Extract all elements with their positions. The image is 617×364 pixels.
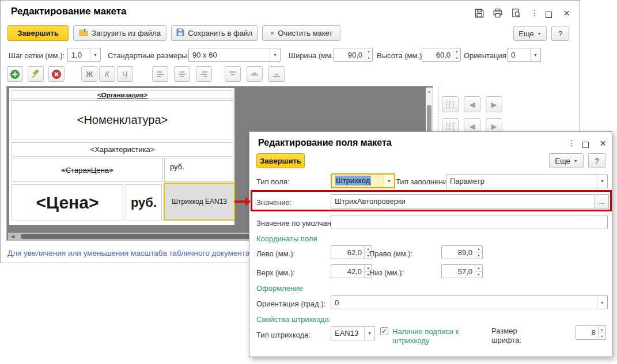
valign-top-button[interactable] <box>225 66 241 82</box>
orientation-combo[interactable]: 0 ▼ <box>507 48 541 62</box>
cell-organization[interactable]: <Организация> <box>12 90 233 99</box>
selected-text: Штрихкод <box>335 176 371 185</box>
valign-middle-button[interactable] <box>247 66 263 82</box>
chevron-down-icon: ▼ <box>537 32 542 36</box>
kebab-menu-icon[interactable]: ⋮ <box>567 139 576 147</box>
spin-up-icon: ▲ <box>599 326 605 333</box>
orientation-deg-combo[interactable]: 0 ▼ <box>331 295 608 309</box>
maximize-icon[interactable] <box>582 140 589 150</box>
default-value-label: Значение по умолчанию: <box>256 219 343 227</box>
right-spinner[interactable]: 89,0 ▲▼ <box>441 245 483 259</box>
dialog-finish-button[interactable]: Завершить <box>256 153 305 168</box>
align-right-button[interactable] <box>196 66 212 82</box>
bottom-spinner[interactable]: 57,0 ▲▼ <box>441 264 483 278</box>
caption-checkbox[interactable]: ✓ <box>380 327 388 335</box>
maximize-icon[interactable] <box>546 10 552 20</box>
valign-bottom-button[interactable] <box>268 66 285 82</box>
fill-type-label: Тип заполнения: <box>396 177 453 186</box>
chevron-down-icon[interactable]: ▼ <box>90 48 100 61</box>
dialog-help-button[interactable]: ? <box>588 153 605 168</box>
open-folder-icon <box>79 28 88 38</box>
underline-button[interactable]: Ч <box>117 66 133 82</box>
bold-button[interactable]: Ж <box>81 66 97 82</box>
close-icon[interactable]: × <box>563 7 570 18</box>
load-from-file-button[interactable]: Загрузить из файла <box>73 25 166 41</box>
grid-step-label: Шаг сетки (мм.): <box>9 51 65 60</box>
spin-down-icon: ▼ <box>453 55 460 62</box>
width-spinner[interactable]: 90,0 ▲▼ <box>334 48 373 62</box>
layout-page: <Организация> <Номенклатура> <Характерис… <box>9 88 234 225</box>
cell-old-price-unit[interactable]: руб. <box>164 158 233 182</box>
caption-checkbox-label[interactable]: Наличие подписи к штрихкоду <box>392 327 482 346</box>
cell-price-unit[interactable]: руб. <box>126 184 162 221</box>
grid-step-combo[interactable]: 1,0 ▼ <box>67 48 101 62</box>
left-spinner[interactable]: 62,0 ▲▼ <box>331 245 372 259</box>
italic-button[interactable]: К <box>99 66 115 82</box>
arrow-right-icon: ▶ <box>491 100 497 109</box>
more-button[interactable]: Еще▼ <box>513 26 547 41</box>
coordinates-header: Координаты поля <box>256 234 317 243</box>
add-button[interactable] <box>7 66 23 82</box>
field-type-combo[interactable]: Штрихкод ▼ <box>331 173 395 188</box>
barcode-type-combo[interactable]: EAN13 ▼ <box>331 326 375 340</box>
delete-button[interactable] <box>48 66 65 82</box>
chevron-down-icon[interactable]: ▼ <box>384 175 394 187</box>
chevron-down-icon: ▼ <box>574 159 578 163</box>
chevron-down-icon[interactable]: ▼ <box>270 48 280 61</box>
field-type-label: Тип поля: <box>256 177 290 186</box>
barcode-type-label: Тип штрихкода: <box>256 331 311 339</box>
standard-sizes-label: Стандартные размеры: <box>108 51 189 60</box>
top-spinner[interactable]: 42,0 ▲▼ <box>331 264 372 278</box>
cell-old-price[interactable]: <СтараяЦена> <box>12 158 163 182</box>
save-to-file-button[interactable]: Сохранить в файл <box>171 25 258 41</box>
font-size-label: Размер шрифта: <box>491 327 528 345</box>
barcode-props-header: Свойства штрихкода <box>256 315 329 324</box>
help-button[interactable]: ? <box>551 26 569 41</box>
edit-button[interactable] <box>28 66 44 82</box>
chevron-down-icon[interactable]: ▼ <box>530 48 540 61</box>
close-icon[interactable]: × <box>600 138 606 149</box>
merge-cells-button[interactable] <box>442 96 459 112</box>
clear-layout-button[interactable]: × Очистить макет <box>262 25 340 41</box>
move-left-button[interactable]: ◀ <box>464 96 480 112</box>
scroll-up-icon[interactable]: ▲ <box>426 88 433 93</box>
chevron-down-icon[interactable]: ▼ <box>597 175 607 188</box>
spin-up-icon: ▲ <box>475 265 482 272</box>
arrow-left-icon: ◀ <box>470 100 475 109</box>
chevron-down-icon[interactable]: ▼ <box>364 327 374 340</box>
move-right-button[interactable]: ▶ <box>486 96 502 112</box>
preview-icon[interactable] <box>511 8 521 21</box>
appearance-header: Оформление <box>256 284 303 293</box>
cell-price[interactable]: <Цена> <box>12 184 123 221</box>
orientation-deg-label: Ориентация (град.): <box>256 299 325 308</box>
orientation-label: Ориентация: <box>464 51 508 60</box>
save-icon[interactable] <box>474 8 484 21</box>
check-icon: ✓ <box>381 327 387 335</box>
cell-barcode[interactable]: Штрихкод EAN13 <box>164 183 235 221</box>
standard-sizes-combo[interactable]: 90 x 60 ▼ <box>188 48 281 62</box>
annotation-arrow-head <box>245 197 251 206</box>
cell-characteristic[interactable]: <Характеристика> <box>12 142 233 157</box>
chevron-down-icon[interactable]: ▼ <box>597 296 607 309</box>
screen: Редактирование макета ⋮ × Завершить Загр… <box>0 0 617 364</box>
height-spinner[interactable]: 60,0 ▲▼ <box>422 48 461 62</box>
kebab-menu-icon[interactable]: ⋮ <box>531 9 539 17</box>
value-more-button[interactable]: ... <box>595 194 609 208</box>
fill-type-combo[interactable]: Параметр ▼ <box>446 174 608 188</box>
dialog-more-button[interactable]: Еще▼ <box>549 153 584 168</box>
align-left-button[interactable] <box>152 66 168 82</box>
dialog-title: Редактирование поля макета <box>258 138 392 148</box>
default-value-input[interactable] <box>331 215 608 229</box>
top-label: Верх (мм.): <box>256 268 295 277</box>
align-center-button[interactable] <box>174 66 190 82</box>
finish-button[interactable]: Завершить <box>7 25 69 41</box>
scroll-left-icon[interactable]: ◀ <box>8 234 14 239</box>
valign-middle-icon <box>249 70 260 79</box>
font-size-spinner[interactable]: 8 ▲▼ <box>576 325 606 340</box>
arrow-left-icon: ◀ <box>470 122 475 131</box>
height-label: Высота (мм.): <box>377 51 424 60</box>
print-icon[interactable] <box>493 8 503 21</box>
value-input[interactable]: ШтрихАвтопроверки <box>331 194 595 208</box>
cell-nomenclature[interactable]: <Номенклатура> <box>12 100 233 139</box>
field-edit-dialog: Редактирование поля макета ⋮ × Завершить… <box>249 131 612 357</box>
